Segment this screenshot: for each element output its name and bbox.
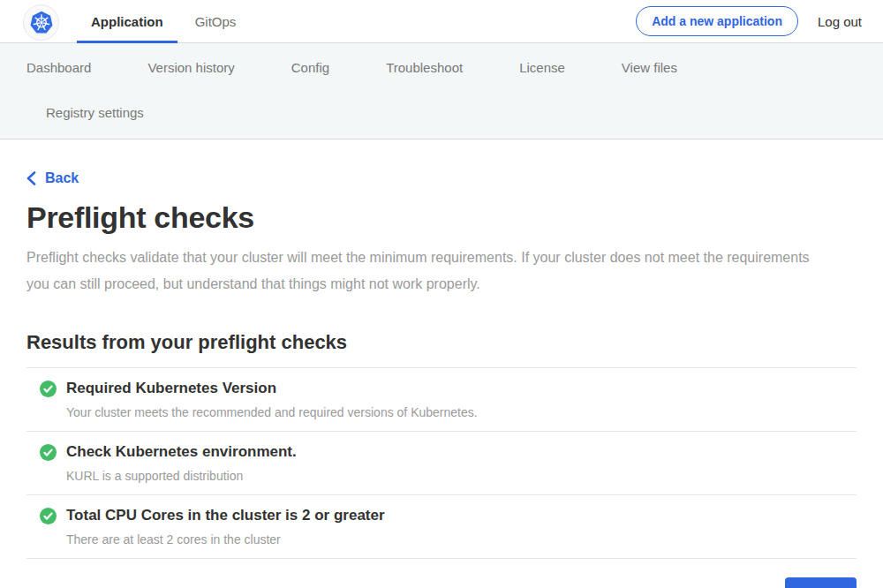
tab-application[interactable]: Application [89, 0, 165, 42]
subnav-item-license[interactable]: License [519, 55, 565, 80]
logout-link[interactable]: Log out [818, 14, 862, 29]
back-link[interactable]: Back [26, 170, 79, 186]
kubernetes-logo-icon [26, 8, 57, 38]
preflight-result-row: Total CPU Cores in the cluster is 2 or g… [26, 495, 857, 559]
results-heading: Results from your preflight checks [26, 331, 857, 354]
subnav-item-view-files[interactable]: View files [622, 55, 677, 80]
result-text: Check Kubernetes environment. KURL is a … [66, 443, 297, 483]
header-right: Add a new application Log out [636, 6, 862, 36]
chevron-left-icon [26, 171, 36, 185]
result-message: Your cluster meets the recommended and r… [66, 405, 478, 419]
page: Application GitOps Add a new application… [0, 0, 883, 588]
subnav-item-registry-settings[interactable]: Registry settings [46, 100, 144, 125]
subnav-item-config[interactable]: Config [291, 55, 329, 80]
back-link-label: Back [45, 170, 79, 186]
result-title: Check Kubernetes environment. [66, 443, 297, 461]
header-tabs: Application GitOps [89, 0, 266, 42]
kubernetes-logo[interactable] [23, 4, 59, 41]
top-header: Application GitOps Add a new application… [0, 0, 883, 43]
preflight-result-row: Required Kubernetes Version Your cluster… [26, 368, 857, 432]
result-title: Required Kubernetes Version [66, 380, 478, 397]
page-description: Preflight checks validate that your clus… [26, 245, 834, 298]
app-subnav: Dashboard Version history Config Trouble… [0, 43, 883, 139]
page-title: Preflight checks [26, 200, 857, 235]
check-circle-icon [40, 508, 57, 528]
check-circle-icon [40, 381, 57, 401]
tab-gitops[interactable]: GitOps [193, 0, 238, 42]
result-title: Total CPU Cores in the cluster is 2 or g… [66, 507, 385, 524]
main-content: Back Preflight checks Preflight checks v… [0, 139, 883, 588]
result-message: There are at least 2 cores in the cluste… [66, 532, 385, 547]
subnav-item-dashboard[interactable]: Dashboard [26, 55, 91, 80]
preflight-result-row: Check Kubernetes environment. KURL is a … [26, 432, 857, 495]
add-new-application-button[interactable]: Add a new application [636, 6, 798, 36]
footer-actions: Re-run [26, 577, 857, 588]
result-text: Required Kubernetes Version Your cluster… [66, 380, 478, 419]
rerun-button[interactable]: Re-run [785, 577, 857, 588]
result-text: Total CPU Cores in the cluster is 2 or g… [66, 507, 385, 547]
subnav-item-troubleshoot[interactable]: Troubleshoot [386, 55, 463, 80]
subnav-item-version-history[interactable]: Version history [147, 55, 234, 80]
tab-application-label: Application [91, 14, 163, 29]
result-message: KURL is a supported distribution [66, 469, 297, 483]
check-circle-icon [40, 444, 57, 464]
preflight-results-list: Required Kubernetes Version Your cluster… [26, 367, 857, 559]
tab-gitops-label: GitOps [195, 14, 237, 29]
